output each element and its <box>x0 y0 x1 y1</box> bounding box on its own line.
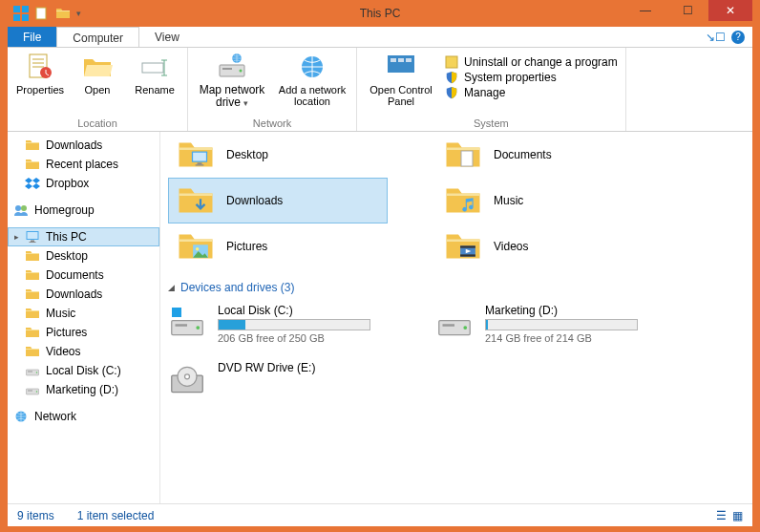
open-label: Open <box>85 84 111 96</box>
svg-rect-30 <box>446 56 457 68</box>
nav-documents[interactable]: Documents <box>8 266 159 285</box>
folder-documents[interactable]: Documents <box>435 132 655 178</box>
titlebar: ▾ This PC — ☐ ✕ <box>8 0 752 27</box>
svg-rect-22 <box>22 6 29 12</box>
svg-rect-28 <box>398 58 404 62</box>
minimize-button[interactable]: — <box>624 0 666 21</box>
nav-recent-places[interactable]: Recent places <box>8 155 159 174</box>
folder-pictures[interactable]: Pictures <box>168 223 388 269</box>
section-devices-drives[interactable]: ◢ Devices and drives (3) <box>168 281 745 294</box>
folder-music[interactable]: Music <box>435 178 655 223</box>
svg-rect-23 <box>13 14 20 21</box>
ribbon-tabs: File Computer View ↘☐ ? <box>8 27 752 48</box>
nav-downloads-pc[interactable]: Downloads <box>8 285 159 304</box>
nav-marketing-d[interactable]: Marketing (D:) <box>8 380 159 399</box>
navigation-pane: Downloads Recent places Dropbox Homegrou… <box>8 132 160 503</box>
drive-dvd-e[interactable]: DVD RW Drive (E:) <box>168 357 388 403</box>
explorer-window: ▾ This PC — ☐ ✕ File Computer View ↘☐ ? … <box>8 0 752 526</box>
group-label-network: Network <box>196 117 348 129</box>
nav-downloads[interactable]: Downloads <box>8 136 159 155</box>
ribbon-group-network: Map network drive ▾ Add a network locati… <box>188 48 357 131</box>
expand-icon[interactable]: ▸ <box>14 232 19 242</box>
svg-rect-26 <box>388 55 414 73</box>
maximize-button[interactable]: ☐ <box>666 0 708 21</box>
content-pane: Desktop Downloads Pictures Documents Mus… <box>160 132 752 503</box>
group-label-system: System <box>365 117 618 129</box>
tab-view[interactable]: View <box>139 27 195 47</box>
collapse-icon[interactable]: ◢ <box>168 283 175 292</box>
manage-button[interactable]: Manage <box>445 86 618 99</box>
chevron-down-icon: ▾ <box>243 98 248 108</box>
nav-music[interactable]: Music <box>8 304 159 323</box>
open-button[interactable]: Open <box>73 52 122 96</box>
ribbon-minimize-icon[interactable]: ↘☐ <box>706 31 726 44</box>
svg-rect-31 <box>461 151 473 166</box>
qat-newfolder-icon[interactable] <box>55 6 71 21</box>
nav-network[interactable]: Network <box>8 407 159 426</box>
nav-homegroup[interactable]: Homegroup <box>8 201 159 220</box>
svg-rect-29 <box>406 58 412 62</box>
drive-c-usage-bar <box>218 319 370 330</box>
app-icon <box>13 6 29 21</box>
properties-button[interactable]: Properties <box>15 52 65 96</box>
status-item-count: 9 items <box>17 509 54 522</box>
help-icon[interactable]: ? <box>731 31 745 44</box>
svg-rect-24 <box>22 14 29 21</box>
open-control-panel-button[interactable]: Open Control Panel <box>365 52 437 107</box>
nav-desktop[interactable]: Desktop <box>8 246 159 266</box>
nav-this-pc[interactable]: ▸This PC <box>8 227 159 246</box>
group-label-location: Location <box>15 117 179 129</box>
rename-button[interactable]: Rename <box>130 52 179 96</box>
properties-label: Properties <box>16 84 64 96</box>
status-bar: 9 items 1 item selected ☰ ▦ <box>8 503 752 526</box>
quick-access-toolbar: ▾ <box>8 6 81 21</box>
svg-rect-27 <box>391 58 396 62</box>
system-properties-button[interactable]: System properties <box>445 71 618 84</box>
svg-rect-32 <box>172 308 181 317</box>
view-details-icon[interactable]: ☰ <box>716 509 727 522</box>
svg-rect-25 <box>36 8 46 19</box>
view-tiles-icon[interactable]: ▦ <box>732 509 743 522</box>
drive-d-usage-bar <box>485 319 638 330</box>
nav-pictures[interactable]: Pictures <box>8 323 159 342</box>
uninstall-program-button[interactable]: Uninstall or change a program <box>445 55 618 69</box>
qat-properties-icon[interactable] <box>34 6 50 21</box>
tab-computer[interactable]: Computer <box>56 27 139 47</box>
drive-local-c[interactable]: Local Disk (C:) 206 GB free of 250 GB <box>168 300 388 348</box>
ribbon: Properties Open Rename Location Map netw… <box>8 48 752 132</box>
folder-videos[interactable]: Videos <box>435 223 655 269</box>
window-title: This PC <box>360 7 401 20</box>
qat-dropdown-icon[interactable]: ▾ <box>76 9 81 18</box>
folder-downloads[interactable]: Downloads <box>168 178 388 223</box>
rename-label: Rename <box>135 84 175 96</box>
close-button[interactable]: ✕ <box>708 0 752 21</box>
add-network-location-button[interactable]: Add a network location <box>276 52 348 107</box>
map-network-drive-button[interactable]: Map network drive ▾ <box>196 52 268 109</box>
drive-marketing-d[interactable]: Marketing (D:) 214 GB free of 214 GB <box>435 300 655 348</box>
tab-file[interactable]: File <box>8 27 56 47</box>
ribbon-group-location: Properties Open Rename Location <box>8 48 188 131</box>
nav-local-disk-c[interactable]: Local Disk (C:) <box>8 361 159 380</box>
status-selected-count: 1 item selected <box>77 509 155 522</box>
ribbon-group-system: Open Control Panel Uninstall or change a… <box>357 48 626 131</box>
svg-rect-21 <box>13 6 20 12</box>
nav-dropbox[interactable]: Dropbox <box>8 174 159 193</box>
nav-videos[interactable]: Videos <box>8 342 159 361</box>
folder-desktop[interactable]: Desktop <box>168 132 388 178</box>
